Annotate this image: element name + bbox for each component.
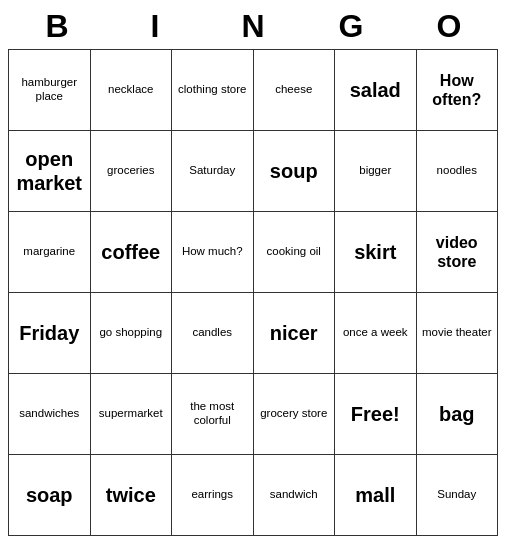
cell-r5-c3: sandwich bbox=[254, 455, 336, 536]
cell-r3-c2: candles bbox=[172, 293, 254, 374]
bingo-header: B I N G O bbox=[8, 8, 498, 45]
cell-r1-c4: bigger bbox=[335, 131, 417, 212]
cell-r3-c0: Friday bbox=[9, 293, 91, 374]
cell-r5-c1: twice bbox=[91, 455, 173, 536]
cell-r4-c1: supermarket bbox=[91, 374, 173, 455]
cell-r3-c4: once a week bbox=[335, 293, 417, 374]
header-g: G bbox=[311, 8, 391, 45]
cell-r4-c0: sandwiches bbox=[9, 374, 91, 455]
header-n: N bbox=[213, 8, 293, 45]
cell-r4-c2: the most colorful bbox=[172, 374, 254, 455]
cell-r2-c3: cooking oil bbox=[254, 212, 336, 293]
cell-r0-c1: necklace bbox=[91, 50, 173, 131]
cell-r1-c1: groceries bbox=[91, 131, 173, 212]
cell-r0-c0: hamburger place bbox=[9, 50, 91, 131]
header-i: I bbox=[115, 8, 195, 45]
cell-r1-c3: soup bbox=[254, 131, 336, 212]
cell-r5-c5: Sunday bbox=[417, 455, 499, 536]
header-b: B bbox=[17, 8, 97, 45]
cell-r5-c0: soap bbox=[9, 455, 91, 536]
cell-r2-c1: coffee bbox=[91, 212, 173, 293]
cell-r0-c5: How often? bbox=[417, 50, 499, 131]
cell-r1-c0: open market bbox=[9, 131, 91, 212]
cell-r2-c4: skirt bbox=[335, 212, 417, 293]
header-o: O bbox=[409, 8, 489, 45]
cell-r2-c0: margarine bbox=[9, 212, 91, 293]
cell-r0-c3: cheese bbox=[254, 50, 336, 131]
cell-r0-c2: clothing store bbox=[172, 50, 254, 131]
cell-r1-c5: noodles bbox=[417, 131, 499, 212]
cell-r2-c2: How much? bbox=[172, 212, 254, 293]
cell-r5-c2: earrings bbox=[172, 455, 254, 536]
cell-r4-c5: bag bbox=[417, 374, 499, 455]
cell-r5-c4: mall bbox=[335, 455, 417, 536]
cell-r1-c2: Saturday bbox=[172, 131, 254, 212]
cell-r3-c5: movie theater bbox=[417, 293, 499, 374]
cell-r3-c1: go shopping bbox=[91, 293, 173, 374]
bingo-grid: hamburger placenecklaceclothing storeche… bbox=[8, 49, 498, 536]
cell-r4-c4: Free! bbox=[335, 374, 417, 455]
cell-r3-c3: nicer bbox=[254, 293, 336, 374]
cell-r4-c3: grocery store bbox=[254, 374, 336, 455]
cell-r0-c4: salad bbox=[335, 50, 417, 131]
cell-r2-c5: video store bbox=[417, 212, 499, 293]
